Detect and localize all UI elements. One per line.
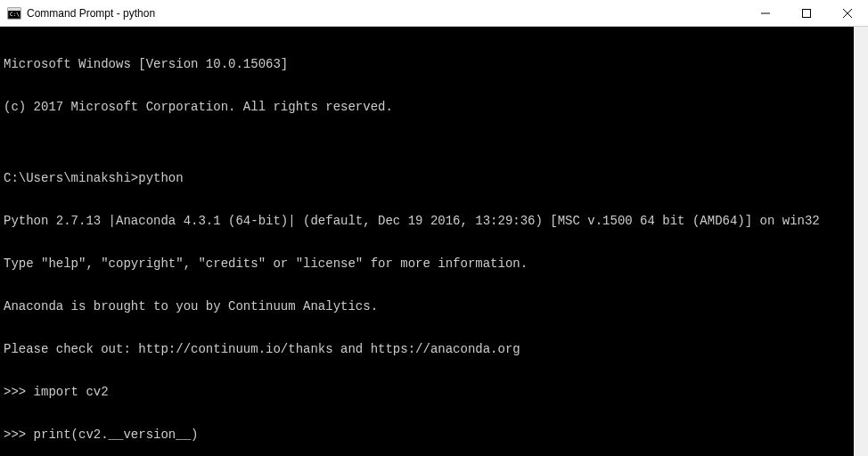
terminal-line: Python 2.7.13 |Anaconda 4.3.1 (64-bit)| … bbox=[4, 214, 854, 228]
terminal-line: Microsoft Windows [Version 10.0.15063] bbox=[4, 57, 854, 71]
svg-rect-4 bbox=[803, 9, 811, 17]
terminal-line: (c) 2017 Microsoft Corporation. All righ… bbox=[4, 100, 854, 114]
app-icon: C:\ bbox=[7, 6, 21, 20]
svg-text:C:\: C:\ bbox=[10, 11, 20, 17]
terminal-line: >>> print(cv2.__version__) bbox=[4, 428, 854, 442]
minimize-button[interactable] bbox=[745, 0, 786, 26]
terminal-line: Please check out: http://continuum.io/th… bbox=[4, 342, 854, 356]
close-button[interactable] bbox=[827, 0, 868, 26]
terminal-area[interactable]: Microsoft Windows [Version 10.0.15063] (… bbox=[0, 27, 868, 456]
window-controls bbox=[745, 0, 868, 26]
window-title: Command Prompt - python bbox=[27, 7, 745, 20]
terminal-line: >>> import cv2 bbox=[4, 385, 854, 399]
terminal-line: Anaconda is brought to you by Continuum … bbox=[4, 299, 854, 314]
terminal-line: Type "help", "copyright", "credits" or "… bbox=[4, 256, 854, 271]
terminal-line: C:\Users\minakshi>python bbox=[4, 171, 854, 185]
titlebar: C:\ Command Prompt - python bbox=[0, 0, 868, 27]
maximize-button[interactable] bbox=[786, 0, 827, 26]
